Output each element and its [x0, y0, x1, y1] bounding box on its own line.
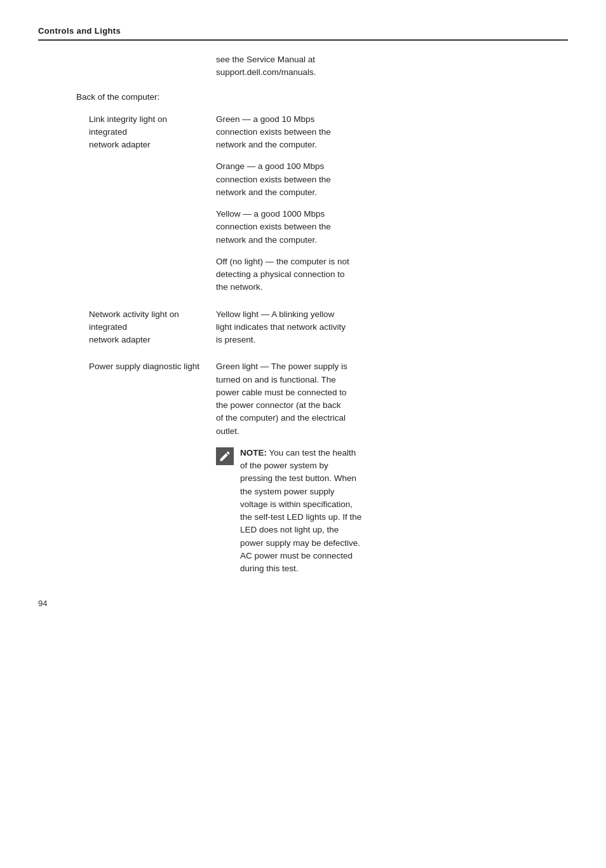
row-value-link-integrity: Green — a good 10 Mbpsconnection exists … — [216, 113, 568, 294]
section-title: Controls and Lights — [38, 26, 121, 36]
note-label: NOTE: — [240, 448, 267, 458]
table-row: Power supply diagnostic light Green ligh… — [38, 360, 568, 575]
page-container: Controls and Lights see the Service Manu… — [0, 0, 606, 627]
row-value-network-activity: Yellow light — A blinking yellowlight in… — [216, 308, 568, 347]
table-row: Link integrity light on integratednetwor… — [38, 113, 568, 294]
back-of-computer-label: Back of the computer: — [38, 92, 568, 102]
page-number: 94 — [38, 599, 47, 608]
table-row: Network activity light on integratednetw… — [38, 308, 568, 347]
value-entry: Orange — a good 100 Mbpsconnection exist… — [216, 160, 568, 199]
pencil-icon — [219, 450, 231, 463]
note-content: NOTE: You can test the health of the pow… — [240, 447, 361, 576]
header-section: Controls and Lights — [38, 25, 568, 41]
row-label-network-activity: Network activity light on integratednetw… — [38, 308, 216, 347]
value-entry: Yellow light — A blinking yellowlight in… — [216, 308, 568, 347]
intro-text: see the Service Manual atsupport.dell.co… — [38, 53, 568, 79]
row-label-link-integrity: Link integrity light on integratednetwor… — [38, 113, 216, 152]
note-box: NOTE: You can test the health of the pow… — [216, 447, 568, 576]
value-entry: Off (no light) — the computer is notdete… — [216, 255, 568, 294]
note-icon — [216, 447, 234, 465]
value-entry: Green light — The power supply isturned … — [216, 360, 568, 438]
row-value-power-supply: Green light — The power supply isturned … — [216, 360, 568, 575]
row-label-power-supply: Power supply diagnostic light — [38, 360, 216, 373]
value-entry: Green — a good 10 Mbpsconnection exists … — [216, 113, 568, 152]
value-entry: Yellow — a good 1000 Mbpsconnection exis… — [216, 208, 568, 247]
table-area: Link integrity light on integratednetwor… — [38, 113, 568, 576]
